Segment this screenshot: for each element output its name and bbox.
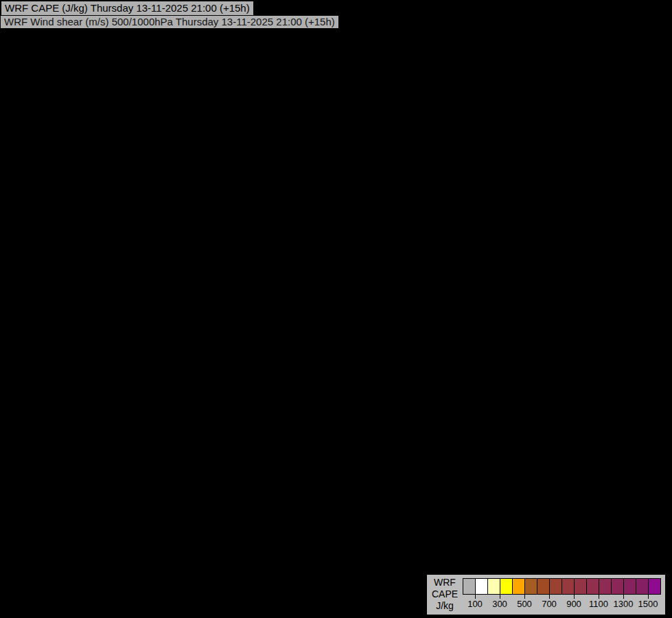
legend-tick-label: 300 [492,599,507,609]
legend-tick-label: 1500 [638,599,658,609]
legend-swatch [575,578,587,595]
legend-swatch [537,578,550,595]
legend-swatch [525,578,537,595]
legend-tick-label: 700 [542,599,557,609]
map-title-cape: WRF CAPE (J/kg) Thursday 13-11-2025 21:0… [1,1,254,16]
legend-colorbar [463,578,661,595]
weather-map-frame: WRF CAPE (J/kg) Thursday 13-11-2025 21:0… [0,0,672,618]
legend-swatch [624,578,636,595]
map-title-windshear: WRF Wind shear (m/s) 500/1000hPa Thursda… [1,16,338,28]
legend-label-variable: CAPE [427,588,463,600]
legend-tick-label: 1300 [614,599,634,609]
legend-tick-label: 900 [566,599,581,609]
legend-swatch [587,578,599,595]
legend-swatch [612,578,624,595]
legend-label-units: J/kg [427,600,463,612]
legend-swatch [550,578,562,595]
legend-label-model: WRF [427,577,463,588]
legend-tick-label: 500 [517,599,532,609]
legend-swatch [562,578,575,595]
legend-swatch [513,578,525,595]
legend-title-block: WRF CAPE J/kg [427,577,463,612]
legend-swatch [649,578,661,595]
legend-swatch [488,578,500,595]
legend-swatch [599,578,612,595]
legend-tick-label: 1100 [589,599,608,609]
legend-swatch [463,578,476,595]
legend-swatch [500,578,513,595]
legend-swatch [476,578,488,595]
legend-tick-label: 100 [467,599,483,609]
cape-colorbar-legend: WRF CAPE J/kg 10030050070090011001300150… [427,575,665,615]
legend-swatch [636,578,649,595]
